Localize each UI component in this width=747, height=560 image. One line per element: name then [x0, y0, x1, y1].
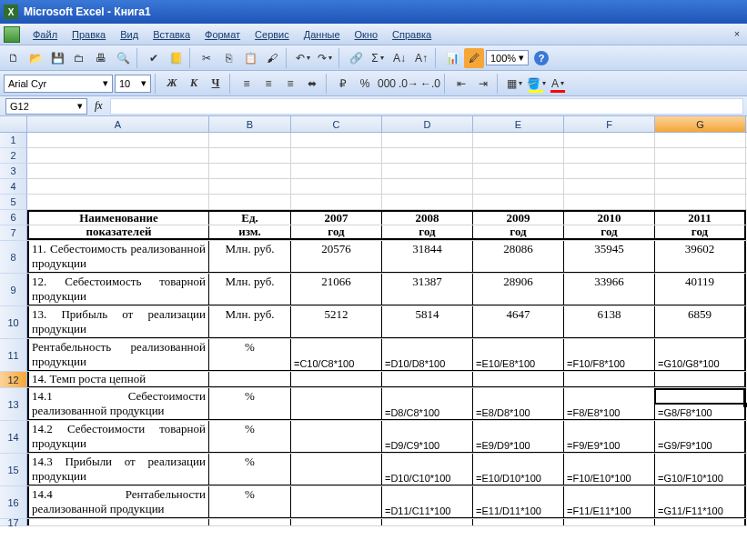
cell[interactable]: =G8/F8*100: [655, 388, 746, 420]
name-box[interactable]: G12▾: [5, 98, 87, 115]
cell[interactable]: [564, 133, 655, 147]
cell[interactable]: Ед.: [209, 210, 291, 225]
col-header-D[interactable]: D: [382, 116, 473, 132]
menu-help[interactable]: Справка: [385, 26, 439, 43]
menu-data[interactable]: Данные: [297, 26, 348, 43]
menu-edit[interactable]: Правка: [65, 26, 113, 43]
col-header-F[interactable]: F: [564, 116, 655, 132]
cell[interactable]: 4647: [473, 306, 564, 338]
cell[interactable]: %: [209, 339, 291, 371]
cell[interactable]: [291, 388, 382, 420]
cell[interactable]: [564, 372, 655, 387]
zoom-combo[interactable]: 100%▾: [486, 50, 529, 65]
row-header-15[interactable]: 15: [0, 454, 27, 486]
borders-icon[interactable]: ▦: [504, 74, 524, 94]
row-header-14[interactable]: 14: [0, 421, 27, 454]
menu-view[interactable]: Вид: [113, 26, 146, 43]
cell[interactable]: 35945: [564, 241, 655, 273]
cell[interactable]: [209, 133, 291, 147]
cell[interactable]: =G10/F10*100: [655, 454, 746, 485]
bold-button[interactable]: Ж: [162, 74, 182, 94]
cell[interactable]: [291, 454, 382, 485]
col-header-B[interactable]: B: [209, 116, 291, 132]
cell[interactable]: =D11/C11*100: [382, 486, 473, 518]
col-header-E[interactable]: E: [473, 116, 564, 132]
fx-icon[interactable]: fx: [95, 99, 103, 113]
cell[interactable]: 14.2 Себестоимости товарной продукции: [27, 421, 209, 453]
cell[interactable]: [382, 148, 473, 163]
hyperlink-icon[interactable]: 🔗: [346, 48, 366, 68]
cell[interactable]: [382, 519, 473, 525]
cell[interactable]: Млн. руб.: [209, 241, 291, 273]
row-header-3[interactable]: 3: [0, 164, 27, 179]
font-size-combo[interactable]: 10▾: [115, 75, 151, 93]
cell[interactable]: [382, 179, 473, 194]
cell[interactable]: [291, 519, 382, 525]
cell[interactable]: [209, 519, 291, 525]
cell[interactable]: [291, 486, 382, 518]
col-header-G[interactable]: G: [655, 116, 746, 132]
italic-button[interactable]: К: [184, 74, 204, 94]
cell[interactable]: [564, 519, 655, 525]
cell[interactable]: =D10/C10*100: [382, 454, 473, 485]
cell[interactable]: 28086: [473, 241, 564, 273]
cell[interactable]: [473, 519, 564, 525]
cell[interactable]: =D9/C9*100: [382, 421, 473, 453]
cell[interactable]: 14.1 Себестоимости реализованной продукц…: [27, 388, 209, 420]
cell[interactable]: =G10/G8*100: [655, 339, 746, 371]
cell[interactable]: =F11/E11*100: [564, 486, 655, 518]
merge-center-icon[interactable]: ⬌: [302, 74, 322, 94]
cell[interactable]: [473, 133, 564, 147]
cell[interactable]: [291, 133, 382, 147]
cell[interactable]: изм.: [209, 225, 291, 240]
permission-icon[interactable]: 🗀: [69, 48, 89, 68]
cell[interactable]: [655, 519, 746, 525]
cell[interactable]: 14. Темп роста цепной: [27, 372, 209, 387]
cells-area[interactable]: Наименование Ед. 2007 2008 2009 2010 201…: [27, 133, 747, 526]
cell[interactable]: [291, 164, 382, 178]
cell[interactable]: год: [382, 225, 473, 240]
excel-doc-icon[interactable]: [4, 26, 20, 43]
menu-format[interactable]: Формат: [197, 26, 247, 43]
menu-insert[interactable]: Вставка: [146, 26, 197, 43]
undo-icon[interactable]: ↶: [293, 48, 313, 68]
print-preview-icon[interactable]: 🔍: [113, 48, 133, 68]
cell[interactable]: [382, 164, 473, 178]
cell[interactable]: =F10/E10*100: [564, 454, 655, 485]
autosum-icon[interactable]: Σ: [368, 48, 388, 68]
cell[interactable]: [291, 421, 382, 453]
col-header-A[interactable]: A: [27, 116, 209, 132]
cell[interactable]: [291, 372, 382, 387]
row-header-17[interactable]: 17: [0, 519, 27, 526]
sort-asc-icon[interactable]: A↓: [389, 48, 409, 68]
cell[interactable]: [27, 164, 209, 178]
close-doc-button[interactable]: ×: [731, 28, 743, 41]
cell[interactable]: [291, 148, 382, 163]
select-all-corner[interactable]: [0, 116, 27, 132]
cell[interactable]: =E11/D11*100: [473, 486, 564, 518]
cell[interactable]: показателей: [27, 225, 209, 240]
menu-tools[interactable]: Сервис: [247, 26, 297, 43]
cell[interactable]: [27, 148, 209, 163]
cell[interactable]: [655, 148, 746, 163]
row-header-9[interactable]: 9: [0, 274, 27, 306]
decrease-indent-icon[interactable]: ⇤: [451, 74, 471, 94]
cell[interactable]: [209, 164, 291, 178]
cell[interactable]: [655, 179, 746, 194]
new-doc-icon[interactable]: 🗋: [4, 48, 24, 68]
font-color-icon[interactable]: A: [548, 74, 568, 94]
row-header-16[interactable]: 16: [0, 486, 27, 519]
cell[interactable]: [209, 179, 291, 194]
cell[interactable]: [291, 195, 382, 209]
cell[interactable]: [291, 179, 382, 194]
cell[interactable]: 28906: [473, 274, 564, 305]
cell[interactable]: 2010: [564, 210, 655, 225]
cell[interactable]: =D10/D8*100: [382, 339, 473, 371]
cell[interactable]: 20576: [291, 241, 382, 273]
cell[interactable]: =G9/F9*100: [655, 421, 746, 453]
align-right-icon[interactable]: ≡: [280, 74, 300, 94]
help-icon[interactable]: ?: [534, 51, 549, 65]
cell[interactable]: 2007: [291, 210, 382, 225]
cell[interactable]: [382, 195, 473, 209]
cell[interactable]: 2011: [655, 210, 746, 225]
